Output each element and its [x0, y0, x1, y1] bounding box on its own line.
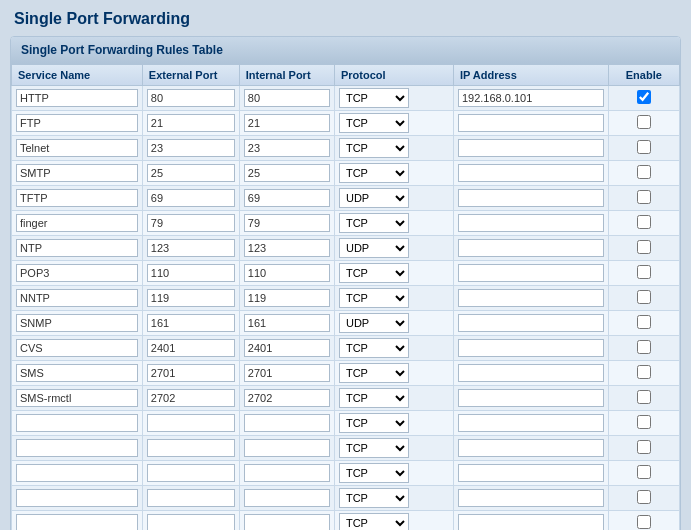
protocol-select[interactable]: TCPUDP [339, 313, 409, 333]
external-port-input[interactable] [147, 389, 235, 407]
external-port-input[interactable] [147, 214, 235, 232]
protocol-select[interactable]: TCPUDP [339, 138, 409, 158]
external-port-input[interactable] [147, 164, 235, 182]
service-name-input[interactable] [16, 439, 138, 457]
service-name-input[interactable] [16, 189, 138, 207]
ip-address-input[interactable] [458, 264, 604, 282]
external-port-input[interactable] [147, 464, 235, 482]
service-name-input[interactable] [16, 264, 138, 282]
external-port-input[interactable] [147, 239, 235, 257]
external-port-input[interactable] [147, 339, 235, 357]
ip-address-input[interactable] [458, 339, 604, 357]
enable-checkbox[interactable] [637, 215, 651, 229]
enable-checkbox[interactable] [637, 165, 651, 179]
protocol-select[interactable]: TCPUDP [339, 113, 409, 133]
protocol-select[interactable]: TCPUDP [339, 488, 409, 508]
service-name-input[interactable] [16, 139, 138, 157]
ip-address-input[interactable] [458, 189, 604, 207]
external-port-input[interactable] [147, 414, 235, 432]
internal-port-input[interactable] [244, 189, 330, 207]
protocol-select[interactable]: TCPUDP [339, 288, 409, 308]
ip-address-input[interactable] [458, 364, 604, 382]
protocol-select[interactable]: TCPUDP [339, 338, 409, 358]
internal-port-input[interactable] [244, 239, 330, 257]
protocol-select[interactable]: TCPUDP [339, 188, 409, 208]
service-name-input[interactable] [16, 114, 138, 132]
enable-checkbox[interactable] [637, 440, 651, 454]
internal-port-input[interactable] [244, 439, 330, 457]
internal-port-input[interactable] [244, 264, 330, 282]
external-port-input[interactable] [147, 289, 235, 307]
ip-address-input[interactable] [458, 214, 604, 232]
service-name-input[interactable] [16, 239, 138, 257]
ip-address-input[interactable] [458, 164, 604, 182]
protocol-select[interactable]: TCPUDP [339, 438, 409, 458]
enable-checkbox[interactable] [637, 465, 651, 479]
protocol-select[interactable]: TCPUDP [339, 88, 409, 108]
ip-address-input[interactable] [458, 489, 604, 507]
ip-address-input[interactable] [458, 464, 604, 482]
enable-checkbox[interactable] [637, 365, 651, 379]
internal-port-input[interactable] [244, 214, 330, 232]
enable-checkbox[interactable] [637, 390, 651, 404]
ip-address-input[interactable] [458, 89, 604, 107]
enable-checkbox[interactable] [637, 115, 651, 129]
service-name-input[interactable] [16, 339, 138, 357]
enable-checkbox[interactable] [637, 415, 651, 429]
ip-address-input[interactable] [458, 289, 604, 307]
internal-port-input[interactable] [244, 289, 330, 307]
enable-checkbox[interactable] [637, 265, 651, 279]
external-port-input[interactable] [147, 364, 235, 382]
external-port-input[interactable] [147, 514, 235, 530]
protocol-select[interactable]: TCPUDP [339, 163, 409, 183]
enable-checkbox[interactable] [637, 240, 651, 254]
enable-checkbox[interactable] [637, 190, 651, 204]
enable-checkbox[interactable] [637, 340, 651, 354]
enable-checkbox[interactable] [637, 290, 651, 304]
service-name-input[interactable] [16, 514, 138, 530]
ip-address-input[interactable] [458, 314, 604, 332]
ip-address-input[interactable] [458, 514, 604, 530]
enable-checkbox[interactable] [637, 90, 651, 104]
internal-port-input[interactable] [244, 89, 330, 107]
service-name-input[interactable] [16, 489, 138, 507]
protocol-select[interactable]: TCPUDP [339, 463, 409, 483]
external-port-input[interactable] [147, 264, 235, 282]
external-port-input[interactable] [147, 114, 235, 132]
enable-checkbox[interactable] [637, 140, 651, 154]
external-port-input[interactable] [147, 489, 235, 507]
protocol-select[interactable]: TCPUDP [339, 238, 409, 258]
protocol-select[interactable]: TCPUDP [339, 413, 409, 433]
enable-checkbox[interactable] [637, 490, 651, 504]
enable-checkbox[interactable] [637, 515, 651, 529]
protocol-select[interactable]: TCPUDP [339, 363, 409, 383]
ip-address-input[interactable] [458, 114, 604, 132]
service-name-input[interactable] [16, 164, 138, 182]
internal-port-input[interactable] [244, 414, 330, 432]
internal-port-input[interactable] [244, 389, 330, 407]
protocol-select[interactable]: TCPUDP [339, 513, 409, 530]
service-name-input[interactable] [16, 314, 138, 332]
service-name-input[interactable] [16, 414, 138, 432]
enable-checkbox[interactable] [637, 315, 651, 329]
protocol-select[interactable]: TCPUDP [339, 263, 409, 283]
internal-port-input[interactable] [244, 464, 330, 482]
service-name-input[interactable] [16, 389, 138, 407]
external-port-input[interactable] [147, 189, 235, 207]
internal-port-input[interactable] [244, 339, 330, 357]
internal-port-input[interactable] [244, 164, 330, 182]
internal-port-input[interactable] [244, 489, 330, 507]
external-port-input[interactable] [147, 139, 235, 157]
internal-port-input[interactable] [244, 364, 330, 382]
protocol-select[interactable]: TCPUDP [339, 213, 409, 233]
internal-port-input[interactable] [244, 514, 330, 530]
protocol-select[interactable]: TCPUDP [339, 388, 409, 408]
external-port-input[interactable] [147, 89, 235, 107]
external-port-input[interactable] [147, 314, 235, 332]
service-name-input[interactable] [16, 89, 138, 107]
service-name-input[interactable] [16, 289, 138, 307]
ip-address-input[interactable] [458, 139, 604, 157]
internal-port-input[interactable] [244, 114, 330, 132]
external-port-input[interactable] [147, 439, 235, 457]
ip-address-input[interactable] [458, 389, 604, 407]
